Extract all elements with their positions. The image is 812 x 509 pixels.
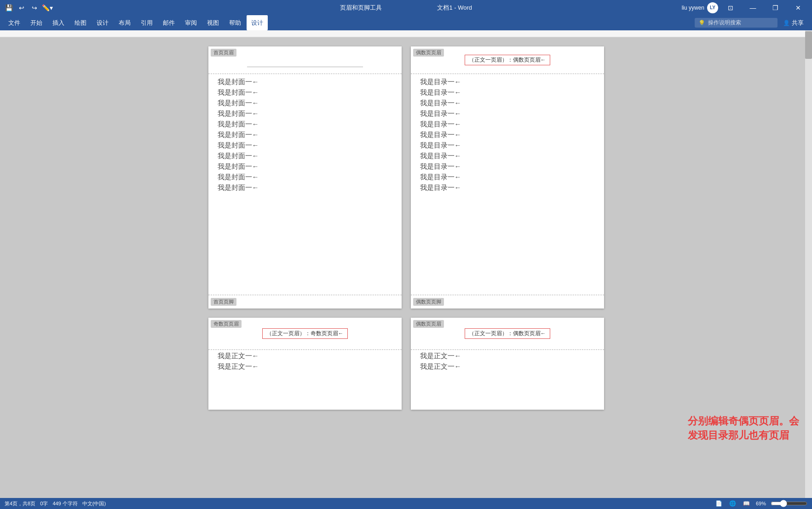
- zoom-level: 69%: [756, 501, 766, 506]
- user-avatar: LY: [707, 2, 718, 13]
- page-1-header-label: 首页页眉: [211, 49, 236, 57]
- close-button[interactable]: ✕: [788, 0, 808, 15]
- language: 中文(中国): [82, 500, 106, 507]
- page-line: 我是正文一←: [420, 352, 595, 360]
- page-line: 我是目录一←: [420, 99, 595, 108]
- page-line: 我是目录一←: [420, 78, 595, 86]
- page-4-header-text[interactable]: （正文一页眉）：偶数页页眉←: [465, 328, 550, 339]
- title-bar-center: 页眉和页脚工具 文档1 - Word: [340, 4, 472, 12]
- menu-mailings[interactable]: 邮件: [158, 15, 179, 30]
- user-name-label: liu yywen: [682, 5, 704, 11]
- annotation-text: 分别编辑奇偶页页眉。会发现目录那儿也有页眉: [688, 415, 799, 441]
- title-bar: 💾 ↩ ↪ ✏️▾ 页眉和页脚工具 文档1 - Word liu yywen L…: [0, 0, 812, 15]
- right-scrollbar[interactable]: [805, 37, 812, 498]
- scroll-thumb[interactable]: [805, 37, 812, 59]
- status-bar: 第4页，共8页 0字 449 个字符 中文(中国) 📄 🌐 📖 69%: [0, 498, 812, 509]
- undo-icon[interactable]: ↩: [17, 3, 27, 13]
- page-line: 我是正文一←: [420, 362, 595, 371]
- search-icon: 💡: [698, 20, 705, 26]
- page-1-footer[interactable]: 首页页脚: [208, 295, 402, 309]
- page-line: 我是目录一←: [420, 109, 595, 118]
- page-3-content: 我是正文一← 我是正文一←: [208, 350, 402, 410]
- page-4: 偶数页页眉 （正文一页眉）：偶数页页眉← 我是正文一← 我是正文一←: [411, 318, 604, 410]
- page-2-content: 我是目录一← 我是目录一← 我是目录一← 我是目录一← 我是目录一← 我是目录一…: [411, 74, 604, 295]
- page-line: 我是目录一←: [420, 173, 595, 182]
- page-line: 我是目录一←: [420, 162, 595, 171]
- redo-icon[interactable]: ↪: [29, 3, 40, 13]
- page-2-footer[interactable]: 偶数页页脚: [411, 295, 604, 309]
- zoom-slider[interactable]: [771, 500, 807, 507]
- page-line: 我是封面一←: [218, 183, 392, 192]
- ribbon: 文件 开始 插入 绘图 设计 布局 引用 邮件 审阅 视图 帮助 设计 💡 操作…: [0, 15, 812, 30]
- menu-view[interactable]: 视图: [202, 15, 224, 30]
- menu-design[interactable]: 设计: [92, 15, 113, 30]
- page-line: 我是目录一←: [420, 183, 595, 192]
- char-count: 449 个字符: [52, 500, 77, 507]
- page-2-footer-label: 偶数页页脚: [413, 298, 444, 306]
- search-box[interactable]: 💡 操作说明搜索: [695, 18, 777, 28]
- menu-review[interactable]: 审阅: [180, 15, 202, 30]
- page-3-header-label: 奇数页页眉: [211, 320, 242, 328]
- page-4-content: 我是正文一← 我是正文一←: [411, 350, 604, 410]
- page-line: 我是目录一←: [420, 88, 595, 97]
- menu-layout[interactable]: 布局: [114, 15, 135, 30]
- page-line: 我是目录一←: [420, 152, 595, 160]
- title-bar-right: liu yywen LY ⊡ — ❐ ✕: [682, 0, 812, 15]
- save-icon[interactable]: 💾: [4, 3, 14, 13]
- page-line: 我是封面一←: [218, 120, 392, 129]
- menu-home[interactable]: 开始: [26, 15, 47, 30]
- page-1-content: 我是封面一← 我是封面一← 我是封面一← 我是封面一← 我是封面一← 我是封面一…: [208, 74, 402, 295]
- word-count: 0字: [40, 500, 48, 507]
- page-line: 我是封面一←: [218, 162, 392, 171]
- menu-file[interactable]: 文件: [4, 15, 25, 30]
- page-line: 我是封面一←: [218, 173, 392, 182]
- page-1: 首页页眉 我是封面一← 我是封面一← 我是封面一← 我是封面一← 我是封面一← …: [208, 46, 402, 309]
- page-line: 我是封面一←: [218, 141, 392, 150]
- pages-row-1: 首页页眉 我是封面一← 我是封面一← 我是封面一← 我是封面一← 我是封面一← …: [208, 46, 604, 309]
- page-line: 我是正文一←: [218, 352, 392, 360]
- minimize-button[interactable]: —: [743, 0, 763, 15]
- menu-insert[interactable]: 插入: [48, 15, 69, 30]
- page-line: 我是正文一←: [218, 362, 392, 371]
- subtitle-text: 页眉和页脚工具: [340, 4, 382, 12]
- pages-row-2: 奇数页页眉 （正文一页眉）：奇数页页眉← 我是正文一← 我是正文一← 偶数页页眉…: [208, 318, 604, 410]
- page-2-header-text[interactable]: （正文一页眉）：偶数页页眉←: [465, 55, 550, 65]
- web-view-button[interactable]: 🌐: [728, 499, 737, 508]
- page-2: 偶数页页眉 （正文一页眉）：偶数页页眉← 我是目录一← 我是目录一← 我是目录一…: [411, 46, 604, 309]
- page-3: 奇数页页眉 （正文一页眉）：奇数页页眉← 我是正文一← 我是正文一←: [208, 318, 402, 410]
- menu-references[interactable]: 引用: [136, 15, 157, 30]
- page-info: 第4页，共8页: [5, 500, 35, 507]
- top-ruler: [0, 30, 812, 37]
- user-info[interactable]: liu yywen LY: [682, 2, 718, 13]
- menu-bar: 文件 开始 插入 绘图 设计 布局 引用 邮件 审阅 视图 帮助 设计 💡 操作…: [0, 15, 812, 30]
- status-right: 📄 🌐 📖 69%: [714, 499, 807, 508]
- page-2-header[interactable]: 偶数页页眉 （正文一页眉）：偶数页页眉←: [411, 46, 604, 74]
- page-2-header-label: 偶数页页眉: [413, 49, 444, 57]
- page-line: 我是目录一←: [420, 131, 595, 139]
- page-1-footer-label: 首页页脚: [211, 298, 236, 306]
- page-line: 我是封面一←: [218, 88, 392, 97]
- share-button[interactable]: 👤 共享: [778, 15, 808, 30]
- page-line: 我是目录一←: [420, 120, 595, 129]
- page-4-header-label: 偶数页页眉: [413, 320, 444, 328]
- page-4-header[interactable]: 偶数页页眉 （正文一页眉）：偶数页页眉←: [411, 318, 604, 350]
- page-3-header[interactable]: 奇数页页眉 （正文一页眉）：奇数页页眉←: [208, 318, 402, 350]
- toggle-window-icon[interactable]: ⊡: [720, 0, 741, 15]
- page-line: 我是封面一←: [218, 131, 392, 139]
- menu-design-active[interactable]: 设计: [247, 15, 268, 30]
- title-bar-left: 💾 ↩ ↪ ✏️▾: [0, 3, 52, 13]
- page-3-header-text[interactable]: （正文一页眉）：奇数页页眉←: [262, 328, 348, 339]
- title-text: 文档1 - Word: [437, 4, 472, 12]
- print-view-button[interactable]: 📄: [714, 499, 724, 508]
- menu-help[interactable]: 帮助: [225, 15, 246, 30]
- document-area[interactable]: 首页页眉 我是封面一← 我是封面一← 我是封面一← 我是封面一← 我是封面一← …: [0, 37, 812, 498]
- read-view-button[interactable]: 📖: [742, 499, 751, 508]
- page-1-header[interactable]: 首页页眉: [208, 46, 402, 74]
- restore-button[interactable]: ❐: [765, 0, 786, 15]
- customize-icon[interactable]: ✏️▾: [42, 3, 52, 13]
- annotation-box: 分别编辑奇偶页页眉。会发现目录那儿也有页眉: [688, 414, 803, 443]
- status-left: 第4页，共8页 0字 449 个字符 中文(中国): [5, 500, 106, 507]
- page-line: 我是封面一←: [218, 109, 392, 118]
- menu-draw[interactable]: 绘图: [70, 15, 91, 30]
- page-line: 我是封面一←: [218, 78, 392, 86]
